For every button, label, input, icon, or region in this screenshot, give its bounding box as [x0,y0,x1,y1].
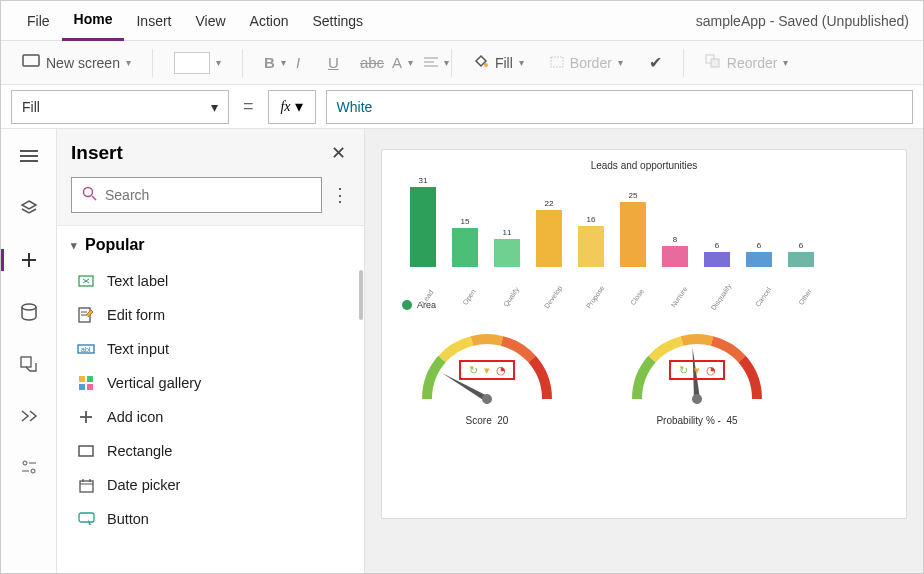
svg-rect-34 [80,481,93,492]
app-canvas[interactable]: Leads and opportunities 31 15 11 22 16 2… [381,149,907,519]
workspace: Insert ✕ ⋮ ▾ Popular Text label Edit for… [1,129,923,574]
svg-line-20 [92,196,96,200]
item-label: Vertical gallery [107,375,201,391]
edit-form-icon [77,306,95,324]
property-dropdown[interactable]: Fill ▾ [11,90,229,124]
font-color-swatch[interactable]: ▾ [163,47,232,79]
expand-button[interactable]: ✔ [638,48,673,77]
date-picker-icon [77,476,95,494]
paint-bucket-icon [473,53,489,72]
separator [683,49,684,77]
rail-data[interactable] [9,295,49,329]
font-color-button[interactable]: A▾ [381,49,409,76]
item-label: Rectangle [107,443,172,459]
border-button[interactable]: Border▾ [539,50,634,76]
text-label-icon [77,272,95,290]
item-label: Edit form [107,307,165,323]
category-popular[interactable]: ▾ Popular [57,226,364,264]
chevron-down-icon: ▾ [71,239,77,252]
rail-media[interactable] [9,347,49,381]
svg-point-4 [484,63,488,67]
strike-button[interactable]: abc [349,49,377,76]
bar: 6 [700,241,734,267]
reorder-icon [705,54,721,71]
insert-item-button[interactable]: Button [57,502,364,536]
separator [451,49,452,77]
gauge: ↻ ▾ ◔ Probability % - 45 [612,324,782,426]
bar-value: 6 [715,241,719,250]
bar: 6 [784,241,818,267]
svg-text:abl: abl [81,346,91,353]
bar: 22 [532,199,566,267]
insert-search[interactable] [71,177,322,213]
fx-button[interactable]: fx ▾ [268,90,316,124]
svg-rect-38 [79,513,94,522]
italic-button[interactable]: I [285,49,313,76]
chart-type-icon: ◔ [706,364,716,377]
insert-item-date-picker[interactable]: Date picker [57,468,364,502]
insert-items-list: ▾ Popular Text label Edit form abl Text … [57,225,364,574]
insert-item-edit-form[interactable]: Edit form [57,298,364,332]
close-icon[interactable]: ✕ [327,138,350,168]
fill-button[interactable]: Fill▾ [462,48,535,77]
gauge-toolbar-highlight: ↻ ▾ ◔ [669,360,725,380]
screen-icon [22,54,40,71]
insert-title: Insert [71,142,123,164]
chevron-down-icon: ▾ [126,57,131,68]
insert-item-text-label[interactable]: Text label [57,264,364,298]
menu-settings[interactable]: Settings [301,1,376,41]
more-options-icon[interactable]: ⋮ [330,190,350,200]
bar: 31 [406,176,440,267]
menu-view[interactable]: View [183,1,237,41]
border-icon [550,55,564,71]
svg-rect-14 [21,357,31,367]
insert-item-vertical-gallery[interactable]: Vertical gallery [57,366,364,400]
bar-value: 31 [419,176,428,185]
menu-action[interactable]: Action [238,1,301,41]
gauges-row: ↻ ▾ ◔ Score 20 ↻ ▾ ◔ Probability [402,324,886,426]
chart-legend: Area [402,300,886,310]
bar-value: 8 [673,235,677,244]
rail-layers[interactable] [9,191,49,225]
search-input[interactable] [105,187,311,203]
menu-insert[interactable]: Insert [124,1,183,41]
rail-settings[interactable] [9,451,49,485]
menu-file[interactable]: File [15,1,62,41]
rail-insert[interactable] [9,243,49,277]
vertical-gallery-icon [77,374,95,392]
refresh-icon: ↻ [679,364,688,377]
bold-button[interactable]: B▾ [253,49,281,76]
svg-rect-7 [711,59,719,67]
underline-button[interactable]: U [317,49,345,76]
bar: 15 [448,217,482,267]
chart-type-icon: ◔ [496,364,506,377]
gauge: ↻ ▾ ◔ Score 20 [402,324,572,426]
formula-bar: Fill ▾ = fx ▾ [1,85,923,129]
ribbon: New screen ▾ ▾ B▾ I U abc A▾ ▾ Fill▾ Bor… [1,41,923,85]
reorder-button[interactable]: Reorder▾ [694,49,800,76]
svg-point-13 [22,304,36,310]
align-button[interactable]: ▾ [413,49,441,76]
scrollbar-thumb[interactable] [359,270,363,320]
filter-icon: ▾ [484,364,490,377]
chart-title: Leads and opportunities [402,160,886,171]
rail-advanced[interactable] [9,399,49,433]
item-label: Date picker [107,477,180,493]
svg-rect-28 [87,376,93,382]
insert-item-add-icon[interactable]: Add icon [57,400,364,434]
formula-input[interactable] [326,90,913,124]
menu-home[interactable]: Home [62,1,125,41]
plus-icon [77,408,95,426]
search-icon [82,186,97,205]
insert-item-rectangle[interactable]: Rectangle [57,434,364,468]
rail-tree-view[interactable] [9,139,49,173]
insert-item-text-input[interactable]: abl Text input [57,332,364,366]
new-screen-button[interactable]: New screen ▾ [11,49,142,76]
border-label: Border [570,55,612,71]
bar-value: 6 [799,241,803,250]
new-screen-label: New screen [46,55,120,71]
button-icon [77,510,95,528]
bar-value: 6 [757,241,761,250]
canvas-area: Leads and opportunities 31 15 11 22 16 2… [365,129,923,574]
property-value: Fill [22,99,40,115]
